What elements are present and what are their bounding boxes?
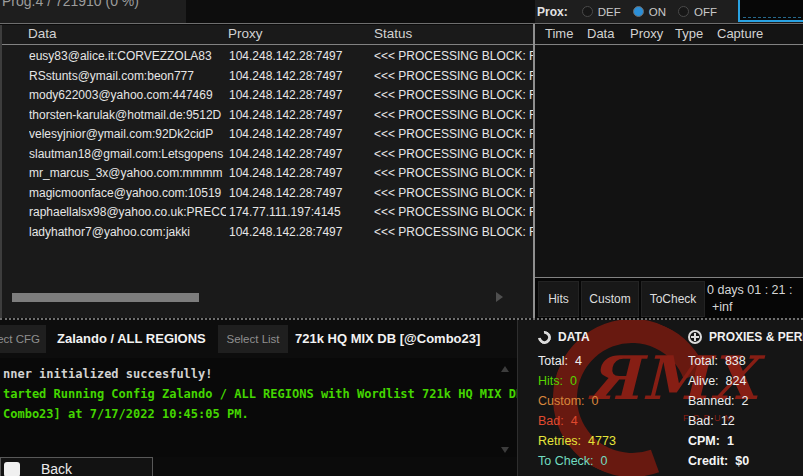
log-line: Combo23] at 7/17/2022 10:45:05 PM. (3, 404, 517, 424)
row-status-cell: <<< PROCESSING BLOCK: RE (374, 67, 533, 87)
focused-button[interactable] (738, 0, 803, 22)
table-row[interactable]: velesyjnior@ymail.com:92Dk2cidP104.248.1… (2, 125, 533, 145)
row-data-cell: eusy83@alice.it:CORVEZZOLA83 (29, 47, 226, 67)
stat-item: Total:4 (538, 351, 628, 371)
stat-item: To Check:0 (538, 451, 628, 471)
select-config-button[interactable]: Select CFG (0, 325, 46, 353)
row-data-cell: raphaellalsx98@yahoo.co.uk:PRECO (29, 203, 226, 223)
back-button-label: Back (41, 461, 72, 476)
stat-label: Bad: (688, 414, 714, 428)
selected-wordlist-name: 721k HQ MIX DB [@Combo23] (295, 320, 480, 358)
select-list-button[interactable]: Select List (218, 325, 288, 353)
stat-item: CPM:1 (688, 431, 803, 451)
radio-off-icon[interactable] (678, 6, 689, 17)
progress-label: Prog.4 / 721910 (0 %) (2, 0, 139, 9)
column-header-time[interactable]: Time (545, 26, 573, 41)
table-row[interactable]: mr_marcus_3x@yahoo.com:mmmm104.248.142.2… (2, 164, 533, 184)
topbar-middle-section (186, 0, 535, 23)
row-proxy-cell: 104.248.142.28:7497 (229, 145, 371, 165)
table-row[interactable]: slautman18@gmail.com:Letsgopens104.248.1… (2, 145, 533, 165)
stat-label: Hits: (538, 374, 563, 388)
stat-item: Alive:824 (688, 371, 803, 391)
column-header-data[interactable]: Data (28, 26, 57, 41)
stat-value: 4 (571, 414, 578, 428)
stat-item: Custom:0 (538, 391, 628, 411)
top-bar: Prog.4 / 721910 (0 %) Prox: DEFONOFF (0, 0, 803, 24)
proxies-stats-section: PROXIES & PERF Total:838Alive:824Banned:… (688, 328, 803, 476)
refresh-circle-icon (535, 328, 553, 346)
table-row[interactable]: ladyhathor7@yahoo.com:jakki104.248.142.2… (2, 223, 533, 243)
stat-label: Custom: (538, 394, 585, 408)
column-header-proxy[interactable]: Proxy (630, 26, 663, 41)
stat-item: OCR Rate:0 % (538, 471, 628, 476)
column-header-proxy[interactable]: Proxy (228, 26, 263, 41)
log-scroll-down-icon[interactable] (501, 447, 509, 453)
radio-label-def[interactable]: DEF (598, 6, 621, 18)
radio-label-off[interactable]: OFF (694, 6, 717, 18)
row-proxy-cell: 104.248.142.28:7497 (229, 86, 371, 106)
stat-value: $0 (735, 454, 749, 468)
stat-value: 4773 (588, 434, 616, 448)
horizontal-scrollbar-thumb[interactable] (12, 293, 199, 302)
table-row[interactable]: mody622003@yahoo.com:447469104.248.142.2… (2, 86, 533, 106)
table-row[interactable]: thorsten-karulak@hotmail.de:9512D104.248… (2, 106, 533, 126)
stat-item: Banned:2 (688, 391, 803, 411)
stat-label: Total: (688, 354, 718, 368)
hits-list-empty (535, 46, 803, 277)
radio-on-icon[interactable] (633, 6, 644, 17)
checks-table-rows: eusy83@alice.it:CORVEZZOLA83104.248.142.… (2, 47, 533, 242)
table-row[interactable]: raphaellalsx98@yahoo.co.uk:PRECO174.77.1… (2, 203, 533, 223)
row-data-cell: velesyjnior@ymail.com:92Dk2cidP (29, 125, 226, 145)
row-data-cell: thorsten-karulak@hotmail.de:9512D (29, 106, 226, 126)
tab-hits[interactable]: Hits (538, 281, 579, 317)
row-status-cell: <<< PROCESSING BLOCK: RE (374, 184, 533, 204)
row-status-cell: <<< PROCESSING BLOCK: RE (374, 164, 533, 184)
column-header-type[interactable]: Type (675, 26, 703, 41)
log-scroll-up-icon[interactable] (501, 366, 509, 372)
proxy-mode-option-off: OFF (678, 6, 717, 18)
row-data-cell: RSstunts@ymail.com:beon777 (29, 67, 226, 87)
stat-value: 838 (725, 354, 746, 368)
proxies-stats-items: Total:838Alive:824Banned:2Bad:12CPM:1Cre… (688, 351, 803, 476)
globe-icon (688, 330, 702, 344)
row-data-cell: magicmoonface@yahoo.com:10519 (29, 184, 226, 204)
stat-item: Bad:12 (688, 411, 803, 431)
eta-value: +inf (712, 300, 733, 314)
back-button[interactable]: Back (0, 457, 153, 476)
column-header-capture[interactable]: Capture (717, 26, 763, 41)
proxy-mode-option-on: ON (633, 6, 666, 18)
table-row[interactable]: RSstunts@ymail.com:beon777104.248.142.28… (2, 67, 533, 87)
row-status-cell: <<< PROCESSING BLOCK: RE (374, 145, 533, 165)
selected-config-name: Zalando / ALL REGIONS (57, 320, 206, 358)
proxy-mode-label: Prox: (537, 5, 568, 19)
back-arrow-icon (4, 462, 20, 476)
row-proxy-cell: 104.248.142.28:7497 (229, 125, 371, 145)
table-row[interactable]: eusy83@alice.it:CORVEZZOLA83104.248.142.… (2, 47, 533, 67)
stat-value: 2 (742, 394, 749, 408)
data-stats-section: DATA Total:4Hits:0Custom:0Bad:4Retries:4… (538, 328, 628, 476)
column-header-status[interactable]: Status (374, 26, 412, 41)
row-status-cell: <<< PROCESSING BLOCK: RE (374, 86, 533, 106)
stat-value: 12 (721, 414, 735, 428)
runner-log: nner initialized succesfully!tarted Runn… (0, 358, 517, 457)
radio-label-on[interactable]: ON (649, 6, 666, 18)
hits-panel-footer: Hits Custom ToCheck 0 days 01 : 21 : +in… (535, 277, 803, 318)
row-status-cell: <<< PROCESSING BLOCK: RE (374, 125, 533, 145)
column-header-data[interactable]: Data (587, 26, 614, 41)
stat-value: 4 (575, 354, 582, 368)
log-line: tarted Running Config Zalando / ALL REGI… (3, 384, 517, 404)
radio-def-icon[interactable] (582, 6, 593, 17)
stat-item: Credit:$0 (688, 451, 803, 471)
log-line: nner initialized succesfully! (3, 364, 517, 384)
proxy-mode-option-def: DEF (582, 6, 621, 18)
stat-label: Banned: (688, 394, 735, 408)
data-stats-items: Total:4Hits:0Custom:0Bad:4Retries:4773To… (538, 351, 628, 476)
proxy-mode-options: DEFONOFF (582, 6, 729, 18)
tab-tocheck[interactable]: ToCheck (641, 281, 705, 317)
scroll-right-arrow-icon[interactable] (496, 292, 503, 302)
table-row[interactable]: magicmoonface@yahoo.com:10519104.248.142… (2, 184, 533, 204)
row-proxy-cell: 104.248.142.28:7497 (229, 106, 371, 126)
stat-item: Hits:0 (538, 371, 628, 391)
hits-panel: Time Data Proxy Type Capture Hits Custom… (535, 25, 803, 318)
tab-custom[interactable]: Custom (581, 281, 639, 317)
